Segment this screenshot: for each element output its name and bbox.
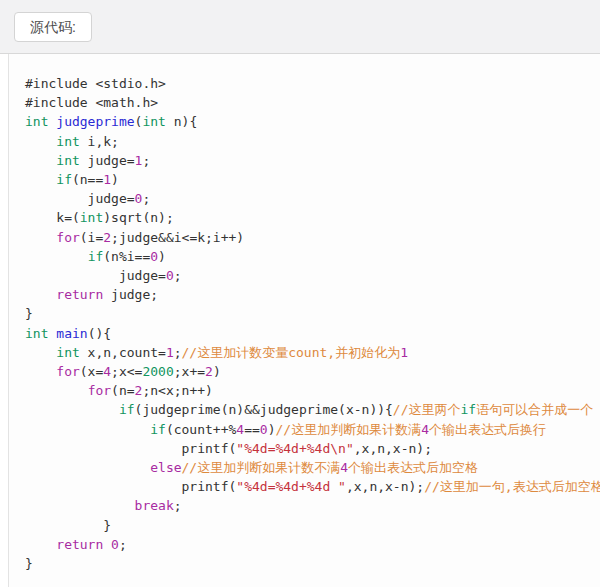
code-token: judge= bbox=[80, 153, 135, 168]
code-token: 2 bbox=[205, 364, 213, 379]
code-token: #include <stdio.h> bbox=[25, 76, 166, 91]
code-token: for bbox=[88, 383, 111, 398]
code-token: ; bbox=[119, 537, 127, 552]
code-token: ; bbox=[142, 191, 150, 206]
code-token: 4 bbox=[340, 460, 348, 475]
code-token: ,x,n,x-n); bbox=[354, 441, 432, 456]
code-token: 2000 bbox=[142, 364, 173, 379]
code-token bbox=[25, 460, 150, 475]
code-line: for(i=2;judge&&i<=k;i++) bbox=[25, 228, 600, 247]
code-line: #include <math.h> bbox=[25, 93, 600, 112]
code-token bbox=[25, 230, 56, 245]
code-token: main bbox=[56, 326, 87, 341]
code-token bbox=[25, 402, 119, 417]
code-token: return bbox=[56, 287, 103, 302]
code-line: for(x=4;x<=2000;x+=2) bbox=[25, 362, 600, 381]
code-line: int main(){ bbox=[25, 324, 600, 343]
code-token: 1 bbox=[166, 345, 174, 360]
code-token: judge= bbox=[25, 268, 166, 283]
code-token: int bbox=[80, 210, 103, 225]
code-token: )sqrt(n); bbox=[103, 210, 173, 225]
code-token: else bbox=[150, 460, 181, 475]
code-token: //这里加判断如果计数不满 bbox=[182, 460, 341, 475]
code-token: int bbox=[56, 153, 79, 168]
code-line: k=(int)sqrt(n); bbox=[25, 208, 600, 227]
code-token bbox=[25, 364, 56, 379]
code-token: printf( bbox=[25, 441, 236, 456]
code-token bbox=[25, 134, 56, 149]
code-token bbox=[25, 345, 56, 360]
code-token: } bbox=[25, 556, 33, 571]
code-token: judge; bbox=[103, 287, 158, 302]
code-token: if bbox=[150, 422, 166, 437]
code-token bbox=[25, 153, 56, 168]
code-token: 0 bbox=[166, 268, 174, 283]
code-token: "%4d=%4d+%4d " bbox=[236, 479, 346, 494]
code-token: 个输出表达式后加空格 bbox=[348, 460, 478, 475]
code-token: k=( bbox=[25, 210, 80, 225]
code-token bbox=[25, 287, 56, 302]
code-line: else//这里加判断如果计数不满4个输出表达式后加空格 bbox=[25, 458, 600, 477]
code-token: (count++% bbox=[166, 422, 236, 437]
code-token: ; bbox=[174, 345, 182, 360]
code-token: //这里加计数变量count,并初始化为 bbox=[182, 345, 401, 360]
code-token: ;x+= bbox=[174, 364, 205, 379]
code-token: x,n,count= bbox=[80, 345, 166, 360]
code-token: i,k; bbox=[80, 134, 119, 149]
code-token bbox=[25, 498, 135, 513]
code-token bbox=[103, 537, 111, 552]
code-viewer-page: 源代码: #include <stdio.h>#include <math.h>… bbox=[0, 0, 600, 587]
code-line: } bbox=[25, 554, 600, 573]
code-token: if bbox=[461, 402, 477, 417]
code-token: int bbox=[142, 114, 165, 129]
code-line: } bbox=[25, 516, 600, 535]
code-token: 4 bbox=[421, 422, 429, 437]
code-token: 4 bbox=[103, 364, 111, 379]
code-line: int i,k; bbox=[25, 132, 600, 151]
code-token: 语句可以合并成一个 bbox=[476, 402, 593, 417]
code-token: for bbox=[56, 364, 79, 379]
code-token: ) bbox=[158, 249, 166, 264]
code-token: 1 bbox=[400, 345, 408, 360]
code-panel: #include <stdio.h>#include <math.h>int j… bbox=[8, 54, 600, 587]
code-token: int bbox=[56, 345, 79, 360]
code-token: ; bbox=[174, 498, 182, 513]
code-line: int judge=1; bbox=[25, 151, 600, 170]
code-line: if(n%i==0) bbox=[25, 247, 600, 266]
code-token: n){ bbox=[166, 114, 197, 129]
code-token: 0 bbox=[150, 249, 158, 264]
code-token bbox=[25, 249, 88, 264]
code-token: } bbox=[25, 306, 33, 321]
code-token: (n= bbox=[111, 383, 134, 398]
code-line: if(count++%4==0)//这里加判断如果计数满4个输出表达式后换行 bbox=[25, 420, 600, 439]
code-line: printf("%4d=%4d+%4d\n",x,n,x-n); bbox=[25, 439, 600, 458]
code-token: //这里两个 bbox=[393, 402, 461, 417]
code-token: if bbox=[88, 249, 104, 264]
code-token: return bbox=[56, 537, 103, 552]
code-token bbox=[25, 383, 88, 398]
code-token: 2 bbox=[103, 230, 111, 245]
code-token: ,x,n,x-n); bbox=[346, 479, 424, 494]
code-token: break bbox=[135, 498, 174, 513]
code-token: printf( bbox=[25, 479, 236, 494]
code-token: } bbox=[25, 518, 111, 533]
code-token bbox=[25, 537, 56, 552]
code-line: #include <stdio.h> bbox=[25, 74, 600, 93]
code-line: judge=0; bbox=[25, 266, 600, 285]
code-token: (n== bbox=[72, 172, 103, 187]
code-line: judge=0; bbox=[25, 189, 600, 208]
code-token: (judgeprime(n)&&judgeprime(x-n)){ bbox=[135, 402, 393, 417]
code-block: #include <stdio.h>#include <math.h>int j… bbox=[25, 74, 600, 573]
code-token: int bbox=[56, 134, 79, 149]
code-line: } bbox=[25, 304, 600, 323]
code-token: if bbox=[119, 402, 135, 417]
code-token: == bbox=[244, 422, 260, 437]
code-token: (x= bbox=[80, 364, 103, 379]
code-token: ) bbox=[213, 364, 221, 379]
code-line: for(n=2;n<x;n++) bbox=[25, 381, 600, 400]
code-token: for bbox=[56, 230, 79, 245]
code-token: 4 bbox=[236, 422, 244, 437]
source-code-tab[interactable]: 源代码: bbox=[14, 12, 92, 42]
code-line: break; bbox=[25, 496, 600, 515]
code-line: int judgeprime(int n){ bbox=[25, 112, 600, 131]
